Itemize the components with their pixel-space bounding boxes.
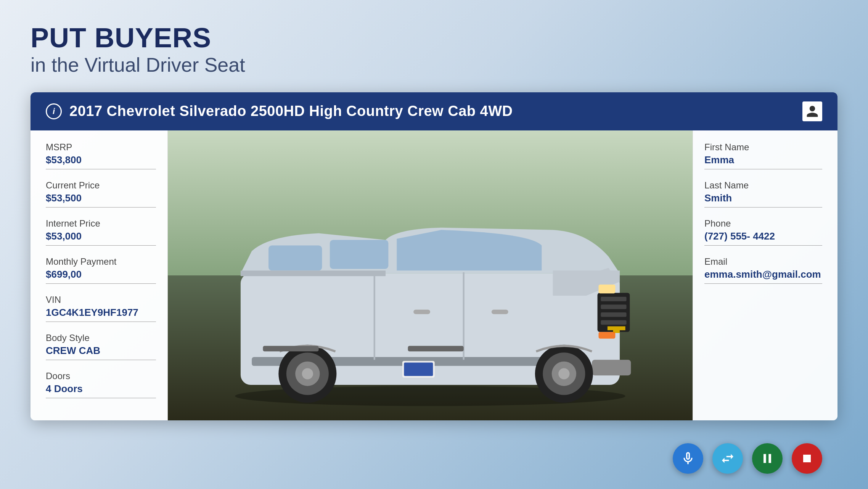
person-svg: [805, 105, 819, 118]
svg-rect-10: [599, 285, 616, 293]
field-label: Doors: [46, 371, 156, 381]
svg-rect-11: [599, 332, 616, 339]
field-group: Internet Price$53,000: [46, 218, 156, 246]
microphone-button[interactable]: [673, 443, 703, 474]
field-value: $53,500: [46, 192, 156, 208]
svg-rect-6: [601, 297, 626, 301]
svg-rect-27: [404, 363, 433, 376]
field-group: Monthly Payment$699,00: [46, 256, 156, 284]
svg-rect-4: [241, 270, 386, 276]
page-title-main: PUT BUYERS: [31, 23, 837, 53]
field-value: 4 Doors: [46, 383, 156, 398]
svg-rect-8: [601, 312, 626, 317]
field-label: VIN: [46, 294, 156, 305]
field-value: (727) 555- 4422: [704, 230, 822, 246]
field-group: Body StyleCREW CAB: [46, 333, 156, 360]
field-label: Body Style: [46, 333, 156, 343]
vehicle-card: i 2017 Chevrolet Silverado 2500HD High C…: [31, 92, 837, 420]
page-header: PUT BUYERS in the Virtual Driver Seat: [0, 0, 868, 88]
field-group: Current Price$53,500: [46, 180, 156, 208]
field-group: Doors4 Doors: [46, 371, 156, 398]
svg-point-21: [558, 368, 569, 379]
bottom-controls: [673, 443, 822, 474]
field-label: Internet Price: [46, 218, 156, 229]
card-header: i 2017 Chevrolet Silverado 2500HD High C…: [31, 92, 837, 130]
truck-image: [207, 195, 653, 409]
field-label: Phone: [704, 218, 822, 229]
pause-icon: [760, 451, 775, 466]
pause-button[interactable]: [752, 443, 783, 474]
field-value: $53,800: [46, 154, 156, 169]
svg-rect-24: [413, 310, 430, 314]
svg-rect-7: [601, 305, 626, 309]
field-group: VIN1GC4K1EY9HF1977: [46, 294, 156, 322]
car-image: [168, 130, 693, 420]
switch-button[interactable]: [712, 443, 743, 474]
svg-rect-2: [330, 240, 389, 269]
field-value: Smith: [704, 192, 822, 208]
svg-rect-3: [268, 246, 322, 271]
svg-rect-28: [263, 346, 318, 352]
right-panel: First NameEmmaLast NameSmithPhone(727) 5…: [693, 130, 837, 420]
field-label: Last Name: [704, 180, 822, 191]
field-value: CREW CAB: [46, 345, 156, 360]
page-title-sub: in the Virtual Driver Seat: [31, 53, 837, 77]
field-label: First Name: [704, 142, 822, 153]
field-label: Monthly Payment: [46, 256, 156, 267]
svg-rect-12: [592, 360, 631, 375]
person-icon: [802, 101, 822, 121]
left-panel: MSRP$53,800Current Price$53,500Internet …: [31, 130, 168, 420]
svg-point-17: [302, 368, 313, 379]
field-group: Phone(727) 555- 4422: [704, 218, 822, 246]
field-label: Email: [704, 256, 822, 267]
car-image-area: [168, 130, 693, 420]
info-icon: i: [46, 103, 62, 119]
stop-icon: [799, 451, 815, 466]
field-group: First NameEmma: [704, 142, 822, 169]
field-value: 1GC4K1EY9HF1977: [46, 307, 156, 322]
svg-rect-25: [492, 310, 508, 314]
field-group: Last NameSmith: [704, 180, 822, 208]
vehicle-title: 2017 Chevrolet Silverado 2500HD High Cou…: [69, 103, 513, 119]
field-value: Emma: [704, 154, 822, 169]
card-body: MSRP$53,800Current Price$53,500Internet …: [31, 130, 837, 420]
field-label: Current Price: [46, 180, 156, 191]
stop-button[interactable]: [792, 443, 822, 474]
field-group: MSRP$53,800: [46, 142, 156, 169]
field-value: $699,00: [46, 269, 156, 284]
field-value: emma.smith@gmail.com: [704, 269, 822, 284]
field-value: $53,000: [46, 230, 156, 246]
microphone-icon: [680, 451, 696, 466]
field-label: MSRP: [46, 142, 156, 153]
field-group: Emailemma.smith@gmail.com: [704, 256, 822, 284]
svg-rect-29: [408, 346, 464, 352]
card-header-left: i 2017 Chevrolet Silverado 2500HD High C…: [46, 103, 513, 119]
svg-rect-9: [601, 320, 626, 325]
switch-icon: [720, 451, 735, 466]
